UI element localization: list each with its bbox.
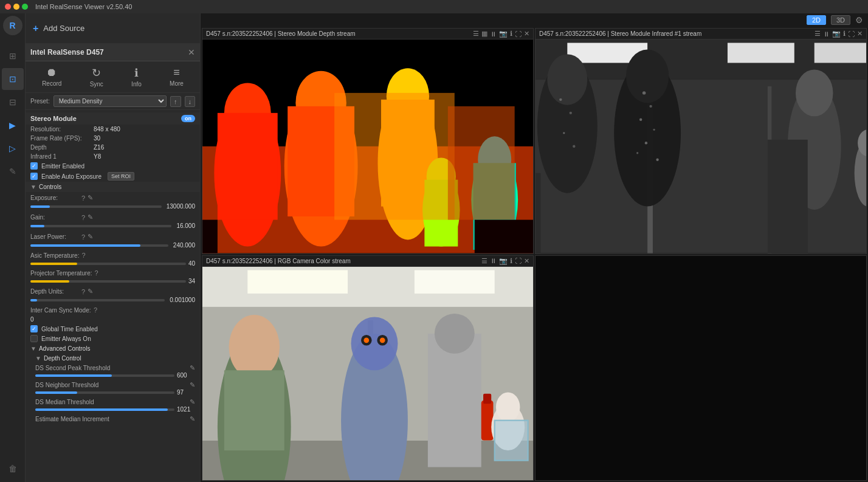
add-source-bar[interactable]: + Add Source	[26, 13, 200, 44]
infrared-stream-camera-icon[interactable]: 📷	[832, 30, 841, 38]
depth-stream-chart-icon[interactable]: ▦	[481, 30, 487, 38]
depth-value: Z16	[94, 144, 104, 151]
controls-collapse-arrow[interactable]: ▼	[30, 184, 36, 190]
ds-second-peak-edit-icon[interactable]: ✎	[190, 364, 195, 372]
sidebar-item-trash[interactable]: 🗑	[2, 458, 24, 480]
depth-units-edit-icon[interactable]: ✎	[88, 287, 93, 295]
gain-slider-row[interactable]: 16.000	[30, 222, 195, 230]
record-button[interactable]: ⏺ Record	[42, 66, 61, 88]
rgb-stream-pause-icon[interactable]: ⏸	[490, 257, 497, 264]
preset-select[interactable]: Medium Density High Density Low Density	[53, 95, 167, 107]
infrared-stream-content	[536, 40, 866, 253]
ds-second-peak-track[interactable]	[35, 374, 174, 377]
sidebar-item-3[interactable]: ⊟	[2, 91, 24, 113]
depth-stream-camera-icon[interactable]: 📷	[499, 30, 508, 38]
laser-power-info-icon[interactable]: ?	[81, 233, 85, 241]
asic-temp-track	[30, 263, 186, 265]
sidebar-item-4[interactable]: ▶	[2, 114, 24, 136]
settings-icon[interactable]: ⚙	[855, 15, 863, 25]
3d-view-button[interactable]: 3D	[831, 15, 850, 25]
sidebar-item-2[interactable]: ⊡	[2, 68, 24, 90]
sidebar-item-5[interactable]: ▷	[2, 137, 24, 159]
ds-median-edit-icon[interactable]: ✎	[190, 398, 195, 406]
close-dot[interactable]	[5, 4, 11, 10]
infrared-stream-info-icon[interactable]: ℹ	[843, 30, 846, 38]
projector-temp-label: Projector Temperature: ?	[30, 269, 195, 277]
infrared-stream-list-icon[interactable]: ☰	[815, 30, 821, 38]
stereo-module-toggle[interactable]: on	[181, 115, 195, 122]
infrared-label: Infrared 1	[30, 153, 91, 160]
laser-power-slider-row[interactable]: 240.000	[30, 241, 195, 249]
projector-temp-info-icon[interactable]: ?	[95, 269, 98, 277]
gain-track[interactable]	[30, 225, 171, 227]
depth-stream-expand-icon[interactable]: ⛶	[515, 30, 522, 38]
estimate-median-edit-icon[interactable]: ✎	[190, 415, 195, 423]
preset-row: Preset: Medium Density High Density Low …	[26, 93, 200, 110]
ds-median-track[interactable]	[35, 408, 174, 411]
asic-temp-info-icon[interactable]: ?	[81, 252, 85, 259]
preset-download-button[interactable]: ↓	[185, 96, 196, 107]
emitter-enabled-checkbox[interactable]	[30, 162, 38, 170]
laser-power-track[interactable]	[30, 244, 168, 247]
emitter-always-on-row[interactable]: Emitter Always On	[26, 334, 200, 343]
depth-stream-info-icon[interactable]: ℹ	[510, 30, 512, 38]
rgb-stream-expand-icon[interactable]: ⛶	[515, 257, 522, 264]
minimize-dot[interactable]	[13, 4, 19, 10]
ds-second-peak-value: 600	[177, 372, 195, 379]
sync-button[interactable]: ↻ Sync	[90, 66, 103, 88]
gain-info-icon[interactable]: ?	[81, 214, 85, 221]
ds-neighbor-edit-icon[interactable]: ✎	[190, 381, 195, 389]
panel-scroll[interactable]: Stereo Module on Resolution: 848 x 480 F…	[26, 110, 200, 482]
depth-units-slider-row[interactable]: 0.001000	[30, 296, 195, 304]
laser-power-edit-icon[interactable]: ✎	[88, 233, 93, 241]
sidebar-item-1[interactable]: ⊞	[2, 45, 24, 67]
info-button[interactable]: ℹ Info	[131, 66, 142, 88]
device-panel-close-button[interactable]: ✕	[188, 47, 195, 57]
device-panel-header: Intel RealSense D457 ✕	[26, 44, 200, 61]
window-controls[interactable]	[5, 4, 28, 10]
depth-stream-close-icon[interactable]: ✕	[524, 30, 529, 38]
infrared-stream-close-icon[interactable]: ✕	[857, 30, 863, 38]
depth-units-track[interactable]	[30, 299, 165, 301]
infrared-stream-expand-icon[interactable]: ⛶	[848, 30, 855, 38]
set-roi-button[interactable]: Set ROI	[108, 172, 134, 181]
asic-temp-label: Asic Temperature: ?	[30, 252, 195, 259]
ds-neighbor-value-row[interactable]: 97	[35, 389, 195, 396]
emitter-enabled-row[interactable]: Emitter Enabled	[26, 161, 200, 171]
auto-exposure-row[interactable]: Enable Auto Exposure Set ROI	[26, 171, 200, 182]
ds-neighbor-track[interactable]	[35, 391, 174, 394]
emitter-always-on-checkbox[interactable]	[30, 335, 38, 342]
depth-stream-pause-icon[interactable]: ⏸	[490, 30, 497, 38]
rgb-stream-info-icon[interactable]: ℹ	[510, 257, 512, 265]
depth-control-collapse-arrow[interactable]: ▼	[35, 355, 41, 362]
stereo-module-title: Stereo Module	[30, 115, 77, 122]
exposure-slider-row[interactable]: 13000.000	[30, 202, 195, 210]
exposure-track[interactable]	[30, 205, 162, 208]
global-time-row[interactable]: Global Time Enabled	[26, 324, 200, 334]
ds-median-value-row[interactable]: 1021	[35, 406, 195, 413]
advanced-controls-header: ▼ Advanced Controls	[26, 343, 200, 354]
gain-edit-icon[interactable]: ✎	[88, 213, 93, 221]
ds-second-peak-value-row[interactable]: 600	[35, 372, 195, 379]
exposure-edit-icon[interactable]: ✎	[88, 194, 93, 202]
auto-exposure-checkbox[interactable]	[30, 173, 38, 180]
infrared-stream-pause-icon[interactable]: ⏸	[823, 30, 830, 38]
2d-view-button[interactable]: 2D	[807, 15, 826, 25]
global-time-checkbox[interactable]	[30, 325, 38, 332]
intercam-sync-info-icon[interactable]: ?	[94, 306, 97, 314]
svg-rect-71	[483, 393, 491, 403]
rgb-stream-camera-icon[interactable]: 📷	[499, 257, 508, 265]
rgb-stream-list-icon[interactable]: ☰	[481, 257, 487, 265]
exposure-info-icon[interactable]: ?	[81, 195, 85, 202]
preset-upload-button[interactable]: ↑	[170, 96, 181, 107]
more-button[interactable]: ≡ More	[170, 66, 184, 88]
rgb-stream-close-icon[interactable]: ✕	[524, 257, 529, 265]
sidebar-item-realsense[interactable]: R	[3, 16, 22, 35]
exposure-fill	[30, 205, 50, 208]
depth-units-info-icon[interactable]: ?	[81, 288, 85, 295]
depth-stream-header: D457 s.n:203522252406 | Stereo Module De…	[202, 29, 533, 40]
depth-stream-list-icon[interactable]: ☰	[473, 30, 479, 38]
sidebar-item-6[interactable]: ✎	[2, 160, 24, 182]
advanced-controls-collapse-arrow[interactable]: ▼	[30, 345, 36, 352]
maximize-dot[interactable]	[22, 4, 28, 10]
